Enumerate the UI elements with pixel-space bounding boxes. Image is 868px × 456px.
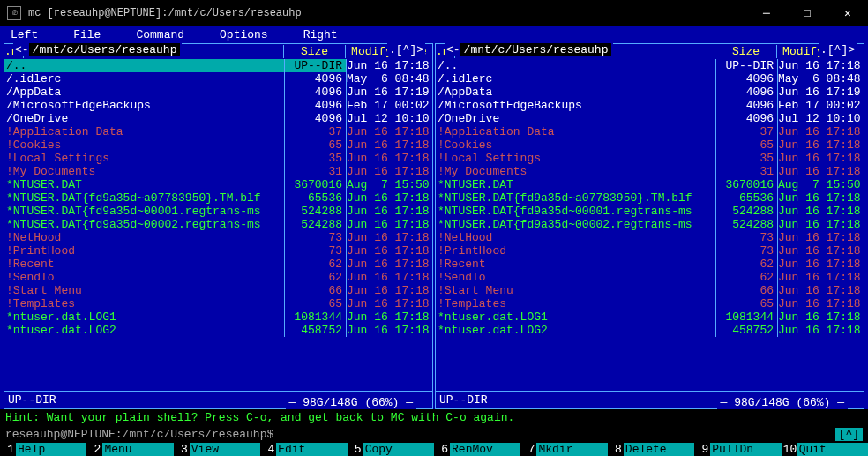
file-row[interactable]: !My Documents31Jun 16 17:18 [436,165,864,178]
fkey-delete[interactable]: 8Delete [608,443,694,456]
file-row[interactable]: !Start Menu66Jun 16 17:18 [436,284,864,297]
file-row[interactable]: !Cookies65Jun 16 17:18 [436,138,864,152]
file-row[interactable]: /MicrosoftEdgeBackups4096Feb 17 00:02 [4,99,432,112]
left-panel: <-/mnt/c/Users/reseauhp.[^]>.nNameSizeMo… [4,43,433,409]
file-row[interactable]: *ntuser.dat.LOG2458752Jun 16 17:18 [4,324,432,337]
file-row[interactable]: *NTUSER.DAT{fd9a35d~a07783950}.TM.blf655… [4,191,432,205]
hint-bar: Hint: Want your plain shell? Press C-o, … [0,409,868,426]
disk-usage: — 98G/148G (66%) — [717,396,848,409]
file-row[interactable]: /.idlerc4096May 6 08:48 [4,72,432,86]
file-row[interactable]: !Recent62Jun 16 17:18 [436,258,864,271]
fkey-view[interactable]: 3View [174,443,260,456]
file-row[interactable]: !Cookies65Jun 16 17:18 [4,138,432,152]
file-row[interactable]: !Templates65Jun 16 17:18 [4,297,432,310]
file-row[interactable]: *NTUSER.DAT3670016Aug 7 15:50 [4,178,432,191]
file-row[interactable]: !Application Data37Jun 16 17:18 [4,125,432,138]
file-row[interactable]: !SendTo62Jun 16 17:18 [436,271,864,284]
file-row[interactable]: !SendTo62Jun 16 17:18 [4,271,432,284]
menu-options[interactable]: Options [220,28,268,41]
menu-left[interactable]: Left [11,28,38,41]
file-row[interactable]: /OneDrive4096Jul 12 10:10 [436,112,864,125]
panel-arrow-left[interactable]: <- [446,43,460,56]
panel-path[interactable]: /mnt/c/Users/reseauhp [29,43,181,56]
fkey-quit[interactable]: 10Quit [782,443,868,456]
file-row[interactable]: !NetHood73Jun 16 17:18 [4,231,432,244]
file-row[interactable]: *NTUSER.DAT{fd9a35d~00001.regtrans-ms524… [436,205,864,218]
file-row[interactable]: /AppData4096Jun 16 17:19 [436,86,864,99]
file-row[interactable]: !Start Menu66Jun 16 17:18 [4,284,432,297]
file-row[interactable]: /..UP--DIRJun 16 17:18 [4,59,432,72]
prompt-text: reseauhp@NEPTUNE:/mnt/c/Users/reseauhp$ [5,428,273,441]
fkeys: 1Help2Menu3View4Edit5Copy6RenMov7Mkdir8D… [0,443,868,456]
file-row[interactable]: !PrintHood73Jun 16 17:18 [436,244,864,258]
close-button[interactable]: ✕ [827,0,868,26]
file-row[interactable]: !Templates65Jun 16 17:18 [436,297,864,310]
col-size[interactable]: Size [284,45,346,58]
right-panel: <-/mnt/c/Users/reseauhp.[^]>.nNameSizeMo… [435,43,864,409]
fkey-help[interactable]: 1Help [0,443,86,456]
file-row[interactable]: /AppData4096Jun 16 17:19 [4,86,432,99]
file-row[interactable]: *NTUSER.DAT3670016Aug 7 15:50 [436,178,864,191]
fkey-copy[interactable]: 5Copy [348,443,434,456]
file-row[interactable]: *ntuser.dat.LOG11081344Jun 16 17:18 [4,310,432,324]
file-row[interactable]: *NTUSER.DAT{fd9a35d~a07783950}.TM.blf655… [436,191,864,205]
fkey-edit[interactable]: 4Edit [260,443,347,456]
minimize-button[interactable]: ─ [746,0,787,26]
file-row[interactable]: *NTUSER.DAT{fd9a35d~00002.regtrans-ms524… [4,218,432,231]
titlebar: ⎚ mc [reseauhp@NEPTUNE]:/mnt/c/Users/res… [0,0,868,26]
file-row[interactable]: /..UP--DIRJun 16 17:18 [436,59,864,72]
file-row[interactable]: *NTUSER.DAT{fd9a35d~00001.regtrans-ms524… [4,205,432,218]
menu-right[interactable]: Right [303,28,338,41]
maximize-button[interactable]: □ [787,0,827,26]
fkey-menu[interactable]: 2Menu [86,443,173,456]
file-row[interactable]: !PrintHood73Jun 16 17:18 [4,244,432,258]
disk-usage: — 98G/148G (66%) — [286,396,416,409]
file-row[interactable]: !Local Settings35Jun 16 17:18 [4,152,432,165]
menubar: Left File Command Options Right [0,26,868,43]
menu-command[interactable]: Command [136,28,184,41]
file-row[interactable]: !Local Settings35Jun 16 17:18 [436,152,864,165]
file-row[interactable]: *ntuser.dat.LOG11081344Jun 16 17:18 [436,310,864,324]
file-row[interactable]: !Application Data37Jun 16 17:18 [436,125,864,138]
file-row[interactable]: !Recent62Jun 16 17:18 [4,258,432,271]
panel-sort-indicator[interactable]: .[^]> [819,43,857,56]
app-icon: ⎚ [7,6,21,20]
file-row[interactable]: /MicrosoftEdgeBackups4096Feb 17 00:02 [436,99,864,112]
prompt-bar[interactable]: reseauhp@NEPTUNE:/mnt/c/Users/reseauhp$ … [0,426,868,443]
menu-file[interactable]: File [73,28,101,41]
file-row[interactable]: !My Documents31Jun 16 17:18 [4,165,432,178]
window-title: mc [reseauhp@NEPTUNE]:/mnt/c/Users/resea… [28,7,746,19]
panels: <-/mnt/c/Users/reseauhp.[^]>.nNameSizeMo… [0,43,868,409]
prompt-indicator: [^] [835,428,863,441]
panel-path[interactable]: /mnt/c/Users/reseauhp [460,43,612,56]
fkey-renmov[interactable]: 6RenMov [434,443,520,456]
fkey-mkdir[interactable]: 7Mkdir [520,443,607,456]
fkey-pulldn[interactable]: 9PullDn [694,443,781,456]
file-row[interactable]: !NetHood73Jun 16 17:18 [436,231,864,244]
file-row[interactable]: *NTUSER.DAT{fd9a35d~00002.regtrans-ms524… [436,218,864,231]
panel-sort-indicator[interactable]: .[^]> [387,43,425,56]
col-size[interactable]: Size [715,45,777,58]
file-row[interactable]: *ntuser.dat.LOG2458752Jun 16 17:18 [436,324,864,337]
panel-arrow-left[interactable]: <- [15,43,29,56]
file-row[interactable]: /.idlerc4096May 6 08:48 [436,72,864,86]
file-row[interactable]: /OneDrive4096Jul 12 10:10 [4,112,432,125]
